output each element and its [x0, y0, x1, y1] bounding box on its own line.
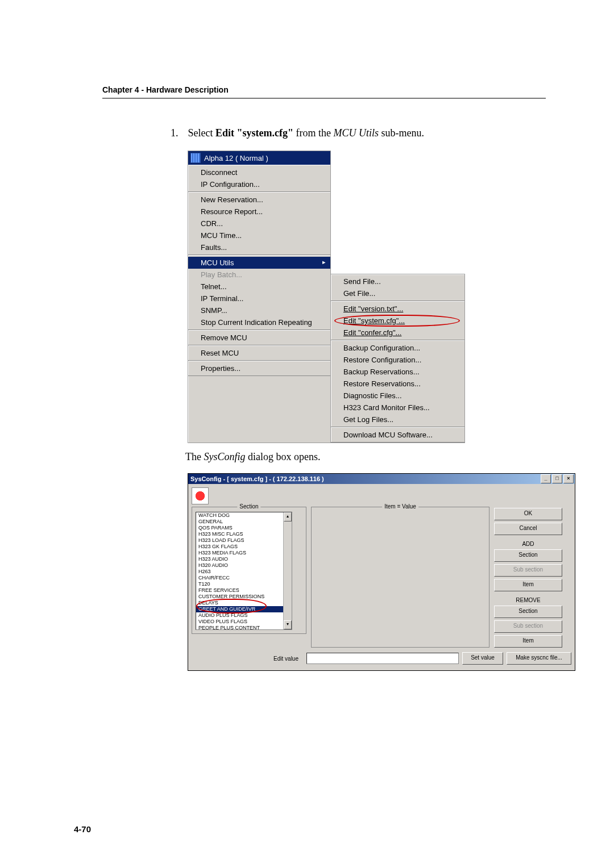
make-syscnc-button[interactable]: Make syscnc file... [507, 652, 571, 665]
step-text-bold: Edit "system.cfg" [215, 127, 293, 139]
list-item[interactable]: GENERAL [196, 519, 292, 525]
mi-backup-res[interactable]: Backup Reservations... [331, 366, 464, 378]
list-item[interactable]: WATCH DOG [196, 512, 292, 519]
item-value-legend: Item = Value [382, 503, 418, 510]
mi-play-batch: Play Batch... [188, 269, 330, 281]
scroll-up-icon[interactable]: ▴ [284, 512, 292, 521]
list-item[interactable]: DELAYS [196, 600, 292, 606]
sysconfig-dialog: SysConfig - [ system.cfg ] - ( 172.22.13… [188, 473, 575, 671]
list-item[interactable]: FREE SERVICES [196, 587, 292, 594]
step-text-suf: sub-menu. [379, 127, 424, 139]
mi-faults[interactable]: Faults... [188, 241, 330, 253]
mi-restore-res[interactable]: Restore Reservations... [331, 378, 464, 390]
mi-ip-configuration[interactable]: IP Configuration... [188, 178, 330, 190]
list-item[interactable]: H320 AUDIO [196, 562, 292, 569]
mi-cdr[interactable]: CDR... [188, 218, 330, 229]
maximize-button[interactable]: □ [552, 474, 562, 483]
scroll-down-icon[interactable]: ▾ [284, 620, 292, 629]
list-item[interactable]: H323 LOAD FLAGS [196, 537, 292, 544]
minimize-button[interactable]: _ [541, 474, 551, 483]
list-item[interactable]: PEOPLE PLUS CONTENT [196, 625, 292, 630]
list-item[interactable]: H263 [196, 569, 292, 575]
c2-pre: The [185, 451, 204, 462]
mi-get-file[interactable]: Get File... [331, 287, 464, 299]
mi-ip-terminal[interactable]: IP Terminal... [188, 293, 330, 304]
mi-h323-monitor[interactable]: H323 Card Monitor Files... [331, 402, 464, 414]
mi-resource-report[interactable]: Resource Report... [188, 206, 330, 218]
cancel-button[interactable]: Cancel [494, 523, 562, 535]
mi-edit-system-cfg[interactable]: Edit "system.cfg"... [331, 315, 464, 327]
mi-edit-confer[interactable]: Edit "confer.cfg"... [331, 327, 464, 339]
mi-restore-config[interactable]: Restore Configuration... [331, 354, 464, 366]
figure-context-menu: Alpha 12 ( Normal ) Disconnect IP Config… [188, 151, 546, 443]
mi-properties[interactable]: Properties... [188, 362, 330, 374]
c2-it: SysConfig [204, 451, 245, 462]
mi-edit-version[interactable]: Edit "version.txt"... [331, 303, 464, 315]
ok-button[interactable]: OK [494, 508, 562, 520]
mi-stop-indication[interactable]: Stop Current Indication Repeating [188, 316, 330, 328]
sysconfig-icon [192, 487, 209, 504]
list-item-selected[interactable]: GREET AND GUIDE/IVR [196, 606, 292, 612]
list-item[interactable]: CHAIR/FECC [196, 575, 292, 581]
page-number: 4-70 [74, 824, 91, 834]
dialog-button-column: OK Cancel ADD Section Sub section Item R… [494, 507, 562, 648]
list-item[interactable]: H323 GK FLAGS [196, 544, 292, 550]
chapter-header: Chapter 4 - Hardware Description [102, 85, 546, 99]
listbox-scrollbar[interactable]: ▴ ▾ [283, 512, 292, 629]
set-value-button[interactable]: Set value [462, 652, 503, 665]
remove-item-button[interactable]: Item [494, 635, 562, 648]
list-item[interactable]: CUSTOMER PERMISSIONS [196, 594, 292, 600]
mi-download-mcu-sw[interactable]: Download MCU Software... [331, 429, 464, 441]
sysconfig-opens-line: The SysConfig dialog box opens. [185, 451, 546, 463]
mcu-icon [190, 153, 201, 163]
mi-edit-version-text: Edit "version.txt"... [343, 304, 403, 313]
step-text-pre: Select [188, 127, 215, 139]
mi-edit-confer-text: Edit "confer.cfg"... [343, 328, 401, 337]
step-text-italic: MCU Utils [333, 127, 379, 139]
mi-telnet[interactable]: Telnet... [188, 281, 330, 293]
mi-send-file[interactable]: Send File... [331, 276, 464, 287]
mi-new-reservation[interactable]: New Reservation... [188, 194, 330, 206]
step-1: 1. Select Edit "system.cfg" from the MCU… [171, 127, 546, 139]
step-text-mid: from the [293, 127, 333, 139]
mi-diag-files[interactable]: Diagnostic Files... [331, 390, 464, 402]
section-fieldset: Section WATCH DOG GENERAL QOS PARAMS H32… [192, 507, 306, 634]
section-legend: Section [237, 503, 260, 510]
mi-get-log[interactable]: Get Log Files... [331, 414, 464, 425]
remove-label: REMOVE [494, 597, 562, 603]
list-item[interactable]: T120 [196, 581, 292, 587]
c2-post: dialog box opens. [246, 451, 321, 462]
mcu-title-text: Alpha 12 ( Normal ) [204, 154, 268, 162]
mi-mcu-utils[interactable]: MCU Utils [188, 257, 330, 269]
add-section-button[interactable]: Section [494, 549, 562, 562]
dialog-title: SysConfig - [ system.cfg ] - ( 172.22.13… [190, 475, 324, 482]
item-value-fieldset: Item = Value [311, 507, 489, 648]
mi-remove-mcu[interactable]: Remove MCU [188, 332, 330, 344]
mcu-menu-title: Alpha 12 ( Normal ) [188, 151, 330, 165]
mcu-utils-submenu: Send File... Get File... Edit "version.t… [330, 274, 465, 443]
add-subsection-button: Sub section [494, 564, 562, 577]
mi-snmp[interactable]: SNMP... [188, 304, 330, 316]
step-number: 1. [171, 127, 185, 139]
list-item[interactable]: AUDIO PLUS FLAGS [196, 612, 292, 619]
close-button[interactable]: × [563, 474, 574, 483]
list-item[interactable]: H323 MEDIA FLAGS [196, 550, 292, 556]
dialog-titlebar: SysConfig - [ system.cfg ] - ( 172.22.13… [188, 474, 575, 484]
add-label: ADD [494, 541, 562, 547]
mi-edit-system-text: Edit "system.cfg"... [343, 316, 405, 325]
remove-section-button[interactable]: Section [494, 606, 562, 618]
add-item-button[interactable]: Item [494, 579, 562, 591]
list-item[interactable]: QOS PARAMS [196, 525, 292, 531]
edit-value-label: Edit value [192, 656, 303, 662]
list-item[interactable]: H323 MISC FLAGS [196, 531, 292, 537]
mi-reset-mcu[interactable]: Reset MCU [188, 347, 330, 359]
section-listbox[interactable]: WATCH DOG GENERAL QOS PARAMS H323 MISC F… [196, 512, 292, 630]
mcu-context-menu: Alpha 12 ( Normal ) Disconnect IP Config… [188, 151, 331, 443]
remove-subsection-button: Sub section [494, 620, 562, 633]
edit-value-input[interactable] [306, 653, 459, 664]
mi-mcu-time[interactable]: MCU Time... [188, 229, 330, 241]
list-item[interactable]: VIDEO PLUS FLAGS [196, 619, 292, 625]
mi-disconnect[interactable]: Disconnect [188, 166, 330, 178]
list-item[interactable]: H323 AUDIO [196, 556, 292, 562]
mi-backup-config[interactable]: Backup Configuration... [331, 342, 464, 354]
